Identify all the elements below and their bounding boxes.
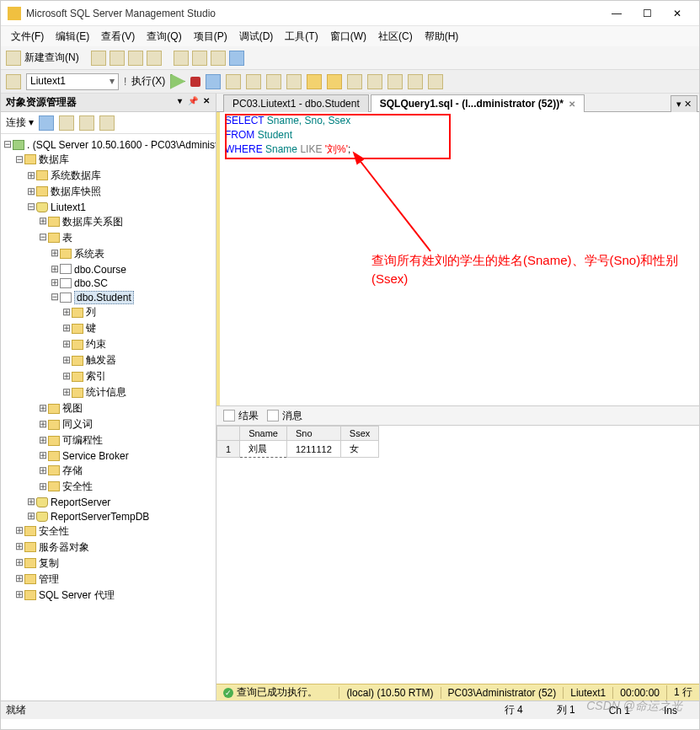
tree-indexes[interactable]: 索引 [86, 370, 106, 382]
tree-columns[interactable]: 列 [86, 306, 96, 318]
new-query-button[interactable]: 新建查询(N) [24, 51, 79, 65]
connect-button[interactable]: 连接 ▾ [6, 115, 34, 130]
col-sname[interactable]: Sname [240, 427, 287, 441]
tab-sqlquery1[interactable]: SQLQuery1.sql - (l...dministrator (52))*… [371, 94, 585, 112]
tool-icon[interactable] [286, 74, 302, 89]
cell-ssex[interactable]: 女 [340, 441, 378, 458]
filter-icon[interactable] [79, 115, 94, 131]
tree-snapshots[interactable]: 数据库快照 [51, 185, 101, 197]
parse-icon[interactable] [206, 74, 221, 89]
menu-edit[interactable]: 编辑(E) [51, 28, 94, 46]
tree-views[interactable]: 视图 [62, 402, 83, 414]
tree-servicebroker[interactable]: Service Broker [62, 450, 129, 462]
tool-icon[interactable] [347, 74, 362, 89]
tree-synonyms[interactable]: 同义词 [62, 418, 93, 430]
tree-sysdb[interactable]: 系统数据库 [51, 169, 101, 181]
panel-close-icon[interactable]: ✕ [200, 96, 212, 108]
tree-keys[interactable]: 键 [86, 322, 96, 334]
new-query-icon[interactable] [6, 51, 21, 66]
refresh-icon[interactable] [99, 115, 115, 131]
sql-kw: WHERE [225, 143, 263, 155]
minimize-button[interactable]: — [601, 4, 632, 23]
tree-reportservertmp[interactable]: ReportServerTempDB [51, 511, 149, 523]
tree-table-sc[interactable]: dbo.SC [74, 277, 108, 289]
run-icon[interactable] [170, 74, 185, 89]
menu-window[interactable]: 窗口(W) [325, 28, 371, 46]
cell-sname[interactable]: 刘晨 [240, 441, 287, 458]
sql-literal: '刘%' [325, 143, 348, 155]
status-message: 查询已成功执行。 [237, 685, 318, 700]
results-tab[interactable]: 结果 [223, 409, 259, 423]
menu-tools[interactable]: 工具(T) [280, 28, 323, 46]
tool-icon[interactable] [327, 74, 342, 89]
tree-table-student[interactable]: dbo.Student [74, 291, 134, 304]
panel-dropdown-icon[interactable]: ▾ [174, 96, 185, 108]
save-icon[interactable] [192, 51, 207, 66]
tool-icon[interactable] [110, 51, 125, 66]
tool-icon[interactable] [367, 74, 382, 89]
tree-userdb[interactable]: Liutext1 [51, 201, 86, 213]
open-icon[interactable] [174, 51, 189, 66]
tool-icon[interactable] [91, 51, 106, 66]
tree-diagrams[interactable]: 数据库关系图 [62, 216, 123, 228]
tree-storage[interactable]: 存储 [62, 464, 83, 476]
tree-serverobjects[interactable]: 服务器对象 [39, 541, 89, 553]
tree-databases[interactable]: 数据库 [39, 153, 69, 165]
maximize-button[interactable]: ☐ [632, 4, 662, 23]
status-rows: 1 行 [666, 685, 699, 700]
tree-triggers[interactable]: 触发器 [86, 354, 116, 366]
tab-overflow-icon[interactable]: ▾ ✕ [671, 95, 697, 112]
menu-view[interactable]: 查看(V) [96, 28, 140, 46]
panel-pin-icon[interactable]: 📌 [187, 96, 199, 108]
menu-community[interactable]: 社区(C) [373, 28, 418, 46]
connect-icon[interactable] [39, 115, 54, 131]
cell-sno[interactable]: 1211112 [286, 441, 340, 458]
tool-icon[interactable] [128, 51, 143, 66]
success-icon: ✓ [223, 688, 233, 698]
tree-constraints[interactable]: 约束 [86, 338, 106, 350]
tree-security2[interactable]: 安全性 [39, 525, 69, 537]
close-button[interactable]: ✕ [662, 4, 692, 23]
outdent-icon[interactable] [408, 74, 423, 89]
tool-icon[interactable] [226, 74, 241, 89]
messages-tab[interactable]: 消息 [267, 409, 302, 423]
app-icon [8, 7, 21, 20]
tree-management[interactable]: 管理 [39, 573, 59, 585]
tab-table-student[interactable]: PC03.Liutext1 - dbo.Student [223, 94, 369, 112]
indent-icon[interactable] [387, 74, 403, 89]
save-all-icon[interactable] [211, 51, 226, 66]
col-sno[interactable]: Sno [286, 427, 340, 441]
tree-programmability[interactable]: 可编程性 [62, 434, 103, 446]
tab-close-icon[interactable]: ✕ [569, 99, 575, 109]
tool-icon[interactable] [246, 74, 261, 89]
col-ssex[interactable]: Ssex [340, 427, 378, 441]
menu-file[interactable]: 文件(F) [6, 28, 49, 46]
tree-stats[interactable]: 统计信息 [86, 386, 126, 398]
tree-reportserver[interactable]: ReportServer [51, 497, 110, 508]
database-selector[interactable]: Liutext1 [26, 73, 119, 90]
tool-icon[interactable] [147, 51, 162, 66]
sql-editor[interactable]: SELECT Sname, Sno, Ssex FROM Student WHE… [216, 112, 699, 405]
tree-tables[interactable]: 表 [62, 232, 72, 244]
tree-replication[interactable]: 复制 [39, 557, 59, 569]
object-tree[interactable]: ⊟. (SQL Server 10.50.1600 - PC03\Adminis… [1, 134, 216, 700]
disconnect-icon[interactable] [59, 115, 74, 131]
tree-server[interactable]: . (SQL Server 10.50.1600 - PC03\Administ [27, 139, 216, 151]
tool-icon[interactable] [266, 74, 281, 89]
menu-help[interactable]: 帮助(H) [419, 28, 464, 46]
tool-icon[interactable] [229, 51, 244, 66]
results-grid[interactable]: SnameSnoSsex 1刘晨1211112女 [216, 426, 699, 458]
execute-button[interactable]: 执行(X) [131, 74, 165, 89]
tree-systables[interactable]: 系统表 [74, 248, 104, 260]
stop-icon[interactable] [190, 77, 200, 87]
sql-table: Student [254, 129, 292, 141]
menu-project[interactable]: 项目(P) [189, 28, 232, 46]
menu-query[interactable]: 查询(Q) [142, 28, 186, 46]
menu-debug[interactable]: 调试(D) [234, 28, 279, 46]
tree-agent[interactable]: SQL Server 代理 [39, 589, 115, 601]
tree-table-course[interactable]: dbo.Course [74, 263, 126, 275]
tool-icon[interactable] [428, 74, 443, 89]
tool-icon[interactable] [307, 74, 322, 89]
result-row[interactable]: 1刘晨1211112女 [217, 441, 379, 458]
tree-security[interactable]: 安全性 [62, 480, 93, 492]
